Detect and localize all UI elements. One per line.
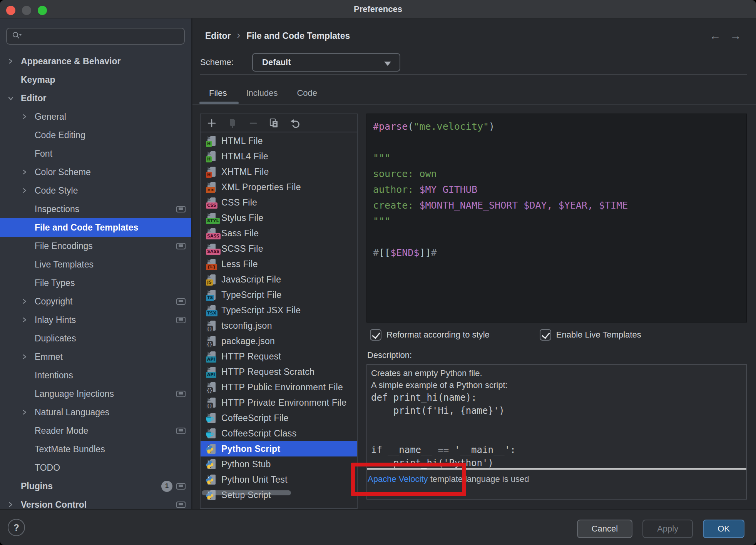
sidebar-item-file-types[interactable]: File Types: [0, 274, 192, 292]
sidebar-item-appearance-behavior[interactable]: Appearance & Behavior: [0, 52, 192, 70]
sidebar-item-duplicates[interactable]: Duplicates: [0, 329, 192, 348]
chevron-right-icon[interactable]: [22, 187, 35, 194]
template-item-typescript-file[interactable]: TSTypeScript File: [201, 287, 357, 303]
template-item-less-file[interactable]: {L}Less File: [201, 256, 357, 272]
sidebar-item-file-encodings[interactable]: File Encodings: [0, 237, 192, 255]
sidebar-item-language-injections[interactable]: Language Injections: [0, 385, 192, 403]
chevron-right-icon[interactable]: [22, 354, 35, 360]
remove-button[interactable]: [248, 117, 259, 129]
template-item-label: HTML File: [221, 136, 263, 146]
template-item-coffeescript-class[interactable]: CoffeeScript Class: [201, 426, 357, 441]
sidebar-item-color-scheme[interactable]: Color Scheme: [0, 163, 192, 181]
scheme-select[interactable]: Default: [252, 53, 400, 72]
settings-search-box[interactable]: [6, 28, 185, 45]
template-item-css-file[interactable]: CSSCSS File: [201, 195, 357, 210]
template-editor[interactable]: #parse("me.velocity") """source: ownauth…: [366, 114, 747, 323]
checkbox-label: Enable Live Templates: [556, 330, 641, 340]
template-item-scss-file[interactable]: SASSSCSS File: [201, 241, 357, 256]
tab-files[interactable]: Files: [209, 88, 227, 100]
sidebar-item-editor[interactable]: Editor: [0, 89, 192, 107]
add-button[interactable]: [206, 117, 217, 129]
help-button[interactable]: ?: [8, 519, 25, 536]
template-item-label: CoffeeScript File: [221, 413, 289, 423]
sidebar-item-live-templates[interactable]: Live Templates: [0, 255, 192, 274]
sidebar-item-label: Plugins: [21, 481, 53, 492]
sidebar-item-label: TextMate Bundles: [35, 444, 105, 455]
sidebar-item-inspections[interactable]: Inspections: [0, 200, 192, 218]
template-item-javascript-file[interactable]: JSJavaScript File: [201, 272, 357, 287]
cancel-button[interactable]: Cancel: [577, 520, 632, 538]
sidebar-item-code-style[interactable]: Code Style: [0, 181, 192, 200]
template-item-python-unit-test[interactable]: Python Unit Test: [201, 472, 357, 487]
sidebar-item-plugins[interactable]: Plugins1: [0, 477, 192, 495]
sidebar-item-inlay-hints[interactable]: Inlay Hints: [0, 311, 192, 329]
sidebar-item-emmet[interactable]: Emmet: [0, 348, 192, 366]
back-button[interactable]: ←: [709, 29, 721, 42]
sidebar-item-font[interactable]: Font: [0, 144, 192, 163]
file-icon-text: H: [207, 151, 217, 162]
sidebar-item-natural-languages[interactable]: Natural Languages: [0, 403, 192, 421]
ok-button[interactable]: OK: [703, 520, 744, 538]
breadcrumb-editor[interactable]: Editor: [205, 31, 231, 41]
description-line: [371, 430, 742, 443]
chevron-right-icon[interactable]: [8, 58, 21, 64]
template-item-html4-file[interactable]: HHTML4 File: [201, 149, 357, 164]
template-item-stylus-file[interactable]: STYLStylus File: [201, 210, 357, 226]
template-item-coffeescript-file[interactable]: CoffeeScript File: [201, 410, 357, 426]
copy-template-button[interactable]: [227, 117, 238, 129]
sidebar-item-version-control[interactable]: Version Control: [0, 495, 192, 509]
chevron-right-icon[interactable]: [22, 114, 35, 120]
sidebar-item-intentions[interactable]: Intentions: [0, 366, 192, 385]
template-item-python-stub[interactable]: Python Stub: [201, 456, 357, 472]
sidebar-item-reader-mode[interactable]: Reader Mode: [0, 421, 192, 440]
chevron-right-icon[interactable]: [22, 298, 35, 304]
file-icon-text: TS: [207, 289, 217, 300]
template-item-label: Python Script: [221, 444, 280, 454]
template-item-typescript-jsx-file[interactable]: TSXTypeScript JSX File: [201, 303, 357, 318]
template-item-xml-properties-file[interactable]: <>XML Properties File: [201, 179, 357, 195]
sidebar-item-file-and-code-templates[interactable]: File and Code Templates: [0, 218, 192, 237]
enable-live-templates-checkbox[interactable]: [540, 329, 551, 341]
chevron-right-icon[interactable]: [8, 502, 21, 508]
description-line: Creates an empty Python file.: [371, 367, 742, 379]
template-item-xhtml-file[interactable]: HXHTML File: [201, 164, 357, 179]
template-item-sass-file[interactable]: SASSSass File: [201, 226, 357, 241]
template-item-http-request-scratch[interactable]: APIHTTP Request Scratch: [201, 364, 357, 379]
sidebar-item-label: Font: [35, 149, 52, 159]
sidebar-item-copyright[interactable]: Copyright: [0, 292, 192, 311]
sidebar-item-textmate-bundles[interactable]: TextMate Bundles: [0, 440, 192, 458]
file-icon-text: CSS: [207, 197, 217, 208]
apply-button[interactable]: Apply: [642, 520, 693, 538]
sidebar-item-general[interactable]: General: [0, 107, 192, 126]
sidebar-item-keymap[interactable]: Keymap: [0, 70, 192, 89]
template-item-html-file[interactable]: HHTML File: [201, 133, 357, 149]
chevron-down-icon: [384, 62, 391, 66]
horizontal-scrollbar[interactable]: [202, 490, 291, 495]
forward-button[interactable]: →: [730, 29, 741, 42]
description-line: print(f'Hi, {name}'): [371, 404, 742, 417]
chevron-right-icon[interactable]: [22, 317, 35, 323]
reformat-according-to-style-checkbox[interactable]: [370, 329, 381, 341]
sidebar-item-todo[interactable]: TODO: [0, 458, 192, 477]
template-item-http-private-environment-file[interactable]: {}HTTP Private Environment File: [201, 395, 357, 410]
tab-includes[interactable]: Includes: [246, 88, 278, 100]
search-input[interactable]: [23, 32, 184, 41]
template-item-package-json[interactable]: {}package.json: [201, 333, 357, 349]
template-item-tsconfig-json[interactable]: {}tsconfig.json: [201, 318, 357, 333]
tab-code[interactable]: Code: [297, 88, 317, 100]
revert-button[interactable]: [289, 117, 301, 129]
sidebar-item-extras: [176, 391, 186, 397]
file-icon-text: JS: [207, 274, 217, 285]
tabs-divider: [192, 104, 756, 105]
chevron-right-icon[interactable]: [22, 169, 35, 175]
template-item-python-script[interactable]: Python Script: [201, 441, 357, 456]
template-item-label: HTTP Request Scratch: [221, 367, 314, 377]
template-item-label: Less File: [221, 259, 258, 269]
chevron-right-icon[interactable]: [22, 409, 35, 415]
template-item-http-request[interactable]: APIHTTP Request: [201, 349, 357, 364]
duplicate-button[interactable]: [268, 117, 280, 129]
option-enable-live-templates: Enable Live Templates: [540, 329, 641, 341]
sidebar-item-code-editing[interactable]: Code Editing: [0, 126, 192, 144]
template-item-http-public-environment-file[interactable]: {}HTTP Public Environment File: [201, 379, 357, 395]
chevron-down-icon[interactable]: [8, 95, 21, 101]
